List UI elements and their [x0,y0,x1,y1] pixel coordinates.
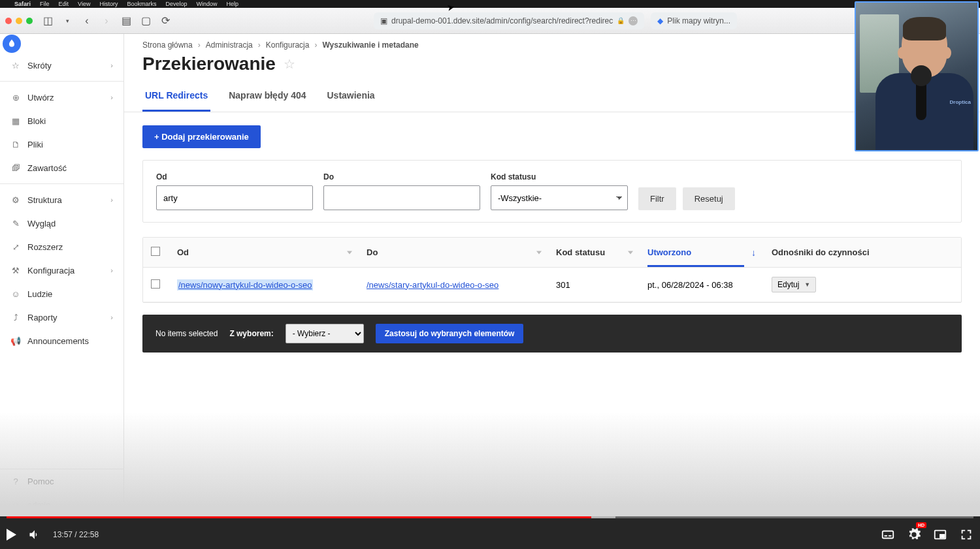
sidebar-item-wyglad[interactable]: ✎Wygląd [0,212,123,235]
toolbar-icon-2[interactable]: ▢ [139,14,153,28]
maximize-window-icon[interactable] [26,18,33,24]
col-status[interactable]: Kod statusu [548,238,640,268]
breadcrumb-item[interactable]: Konfiguracja [266,40,310,50]
bulk-with-label: Z wyborem: [229,329,273,338]
bulk-action-bar: No items selected Z wyborem: - Wybierz -… [142,315,962,353]
sidebar-item-struktura[interactable]: ⚙Struktura› [0,188,123,212]
sidebar-item-label: Rozszerz [27,242,63,252]
sidebar-item-pliki[interactable]: 🗋Pliki [0,133,123,156]
sidebar-item-bloki[interactable]: ▦Bloki [0,109,123,133]
sidebar-divider [0,183,123,184]
menubar-edit[interactable]: Edit [59,1,69,7]
sidebar-item-label: Zawartość [27,163,67,173]
back-icon[interactable]: ‹ [80,14,94,28]
sidebar-item-rozszerz[interactable]: ⤢Rozszerz [0,235,123,259]
browser-tab-2[interactable]: ◆ Plik mapy witryn... [651,12,737,29]
forward-icon[interactable]: › [99,14,114,28]
url-text: drupal-demo-001.ddev.site/admin/config/s… [391,16,613,25]
fullscreen-button[interactable] [959,527,973,542]
miniplayer-button[interactable] [933,527,947,542]
col-to[interactable]: Do [359,238,548,268]
chevron-down-icon[interactable]: ▾ [60,14,74,28]
sidebar-divider [0,81,123,82]
menubar-bookmarks[interactable]: Bookmarks [127,1,156,7]
menubar-help[interactable]: Help [226,1,238,7]
menubar-file[interactable]: File [40,1,50,7]
col-created[interactable]: Utworzono↓ [640,238,764,268]
chevron-down-icon: ▼ [804,281,810,288]
status-select[interactable]: -Wszystkie- [491,185,628,210]
chevron-right-icon: › [110,501,113,509]
sidebar-item-label: Pliki [27,140,43,149]
row-created: pt., 06/28/2024 - 06:38 [640,268,764,302]
sidebar-toggle-icon[interactable]: ◫ [41,14,55,28]
sidebar-item-label: Struktura [27,195,62,205]
progress-played [7,516,591,518]
bulk-none-label: No items selected [155,329,218,338]
row-status: 301 [548,268,640,302]
add-redirect-button[interactable]: + Dodaj przekierowanie [142,125,261,148]
tab-2-label: Plik mapy witryn... [667,16,730,25]
redirect-table: Od Do Kod statusu Utworzono↓ Odnośniki d… [142,237,962,303]
reset-button[interactable]: Resetuj [683,187,735,210]
play-button[interactable] [7,529,16,541]
close-window-icon[interactable] [5,18,12,24]
webcam-badge: Droptica [950,99,971,105]
menubar-history[interactable]: History [99,1,118,7]
select-all-checkbox[interactable] [151,247,160,256]
main-content: Strona główna› Administracja› Konfigurac… [124,34,980,516]
bulk-apply-button[interactable]: Zastosuj do wybranych elementów [376,324,524,343]
sidebar-item-zawartosc[interactable]: 🗊Zawartość [0,156,123,180]
sidebar-item-raporty[interactable]: ⤴Raporty› [0,306,123,329]
row-to-link[interactable]: /news/stary-artykul-do-wideo-o-seo [367,280,498,290]
row-checkbox[interactable] [151,279,160,289]
to-input[interactable] [323,185,480,210]
address-bar[interactable]: ▣ drupal-demo-001.ddev.site/admin/config… [374,12,644,29]
filter-button[interactable]: Filtr [638,187,676,210]
sidebar-item-label: Utwórz [27,93,54,102]
config-icon: ⚒ [10,266,21,275]
sort-desc-icon: ↓ [751,247,756,258]
row-edit-button[interactable]: Edytuj▼ [772,277,816,292]
status-label: Kod statusu [491,172,628,181]
sidebar-item-skroty[interactable]: ☆Skróty› [0,54,123,77]
menubar-app[interactable]: Safari [14,1,31,7]
settings-button[interactable]: HD [907,527,921,542]
sidebar-item-label: Konfiguracja [27,266,74,275]
sidebar-item-konfiguracja[interactable]: ⚒Konfiguracja› [0,259,123,282]
sidebar-item-pomoc[interactable]: ?Pomoc [0,469,123,493]
favorite-star-icon[interactable]: ☆ [284,56,295,72]
tab-url-redirects[interactable]: URL Redirects [142,82,210,112]
row-from-link[interactable]: /news/nowy-artykul-do-wideo-o-seo [177,279,313,290]
sidebar-item-admin[interactable]: ☺admin› [0,493,123,516]
captions-button[interactable] [881,527,895,542]
minimize-window-icon[interactable] [16,18,22,24]
drupal-logo-icon[interactable] [3,35,21,53]
col-from[interactable]: Od [169,238,359,268]
breadcrumb-item[interactable]: Strona główna [142,40,193,50]
tab-404[interactable]: Napraw błędy 404 [226,82,308,112]
sidebar-item-ludzie[interactable]: ☺Ludzie [0,282,123,306]
extend-icon: ⤢ [10,242,21,252]
reload-icon[interactable]: ⟳ [158,14,172,28]
sidebar-item-utworz[interactable]: ⊕Utwórz› [0,86,123,109]
toolbar-icon-1[interactable]: ▤ [119,14,133,28]
menubar-window[interactable]: Window [196,1,217,7]
volume-button[interactable] [28,528,41,541]
breadcrumb-item[interactable]: Wyszukiwanie i metadane [322,40,418,50]
tab-ustawienia[interactable]: Ustawienia [325,82,378,112]
from-input[interactable] [156,185,313,210]
breadcrumb-item[interactable]: Administracja [206,40,253,50]
table-row: /news/nowy-artykul-do-wideo-o-seo /news/… [143,268,961,302]
tab-favicon-icon: ◆ [657,16,663,25]
play-icon [7,529,16,541]
menubar-view[interactable]: View [78,1,90,7]
sidebar-item-announcements[interactable]: 📢Announcements [0,329,123,353]
progress-bar[interactable] [7,516,973,518]
menubar-develop[interactable]: Develop [165,1,187,7]
page-menu-icon[interactable]: ⋯ [629,16,638,25]
filter-panel: Od Do Kod statusu -Wszystkie- Filtr Rese… [142,160,962,223]
svg-rect-4 [940,535,944,538]
bulk-action-select[interactable]: - Wybierz - [286,324,364,343]
announce-icon: 📢 [10,336,21,346]
